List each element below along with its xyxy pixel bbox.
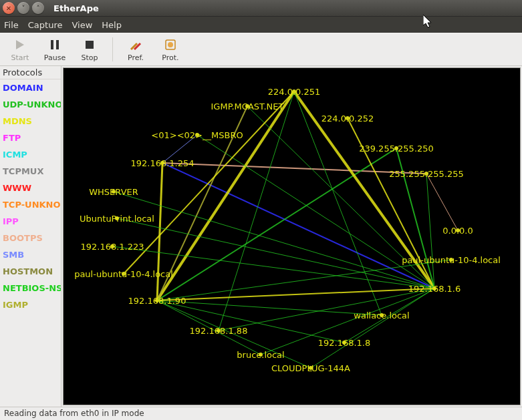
graph-link [294, 91, 382, 315]
graph-node[interactable] [217, 329, 221, 333]
graph-node[interactable] [292, 89, 296, 93]
graph-node[interactable] [160, 161, 164, 165]
graph-node[interactable] [380, 313, 384, 317]
hand-icon [163, 37, 178, 52]
graph-link [157, 300, 311, 368]
protocol-item[interactable]: TCP-UNKNOWN [0, 196, 61, 213]
menu-help[interactable]: Help [102, 20, 122, 30]
window-title: EtherApe [53, 3, 99, 13]
pref-label: Pref. [128, 53, 144, 62]
graph-link [157, 300, 261, 355]
graph-node[interactable] [342, 341, 346, 345]
protocols-header: Protocols [0, 66, 61, 79]
protocol-item[interactable]: UDP-UNKNOWN [0, 96, 61, 113]
graph-node[interactable] [424, 172, 428, 176]
protocol-item[interactable]: DOMAIN [0, 79, 61, 96]
graph-node[interactable] [122, 272, 126, 276]
protocol-item[interactable]: BOOTPS [0, 230, 61, 246]
graph-link [162, 135, 197, 163]
play-icon [13, 37, 27, 52]
menu-file[interactable]: File [4, 20, 19, 30]
graph-link [157, 91, 294, 300]
protocols-sidebar: Protocols DOMAINUDP-UNKNOWNMDNSFTPICMPTC… [0, 66, 61, 407]
protocol-item[interactable]: SMB [0, 246, 61, 263]
protocol-item[interactable]: WWW [0, 180, 61, 196]
titlebar: ✕ ˅ ˄ EtherApe [0, 0, 522, 17]
graph-node[interactable] [394, 146, 398, 150]
svg-rect-2 [56, 40, 59, 49]
graph-link [426, 174, 458, 230]
stop-button[interactable]: Stop [75, 37, 104, 62]
svg-point-7 [168, 42, 173, 47]
pause-button[interactable]: Pause [40, 37, 70, 62]
svg-marker-0 [16, 40, 24, 49]
protocol-item[interactable]: MDNS [0, 113, 61, 130]
stop-label: Stop [81, 53, 98, 62]
protocol-item[interactable]: FTP [0, 130, 61, 146]
protocol-item[interactable]: ICMP [0, 146, 61, 163]
graph-node[interactable] [309, 366, 313, 370]
graph-node[interactable] [259, 353, 263, 357]
graph-link [247, 106, 434, 288]
pause-label: Pause [44, 53, 66, 62]
graph-node[interactable] [195, 133, 199, 137]
window-minimize-button[interactable]: ˅ [17, 2, 29, 14]
menu-capture[interactable]: Capture [28, 20, 63, 30]
menu-view[interactable]: View [72, 20, 92, 30]
graph-link [157, 163, 162, 300]
graph-node[interactable] [155, 298, 159, 302]
graph-links-layer [63, 68, 520, 405]
prot-button[interactable]: Prot. [156, 37, 185, 62]
pref-button[interactable]: Pref. [121, 37, 150, 62]
prot-label: Prot. [162, 53, 178, 62]
graph-node[interactable] [449, 258, 453, 262]
graph-node[interactable] [432, 286, 436, 290]
graph-node[interactable] [346, 116, 350, 120]
stop-icon [82, 37, 97, 52]
graph-node[interactable] [112, 190, 116, 194]
graph-link [114, 192, 434, 288]
graph-link [294, 91, 434, 288]
status-text: Reading data from eth0 in IP mode [4, 409, 144, 418]
toolbar: Start Pause Stop Pref. Prot. [0, 33, 522, 66]
network-graph[interactable]: 224.0.0.251IGMP.MCAST.NET224.0.0.252<01>… [63, 67, 521, 405]
svg-rect-1 [51, 40, 53, 49]
graph-node[interactable] [456, 228, 460, 232]
window-maximize-button[interactable]: ˄ [32, 2, 44, 14]
graph-node[interactable] [115, 216, 119, 220]
graph-node[interactable] [110, 244, 114, 248]
start-label: Start [11, 53, 29, 62]
protocol-item[interactable]: TCPMUX [0, 163, 61, 180]
pause-icon [47, 37, 62, 52]
protocol-item[interactable]: IPP [0, 213, 61, 230]
graph-link [162, 163, 434, 288]
tools-icon [128, 37, 143, 52]
window-close-button[interactable]: ✕ [3, 2, 15, 14]
start-button[interactable]: Start [5, 37, 35, 62]
graph-link [162, 163, 426, 174]
graph-link [348, 118, 434, 288]
status-bar: Reading data from eth0 in IP mode [0, 407, 522, 420]
svg-rect-3 [86, 41, 94, 49]
content-area: Protocols DOMAINUDP-UNKNOWNMDNSFTPICMPTC… [0, 66, 522, 407]
graph-link [124, 91, 294, 274]
graph-node[interactable] [245, 104, 249, 108]
toolbar-separator [112, 37, 113, 61]
protocol-item[interactable]: HOSTMON [0, 263, 61, 280]
graph-link [344, 288, 434, 343]
protocol-item[interactable]: IGMP [0, 296, 61, 313]
protocol-item[interactable]: NETBIOS-NS [0, 280, 61, 296]
menubar: File Capture View Help [0, 17, 522, 33]
